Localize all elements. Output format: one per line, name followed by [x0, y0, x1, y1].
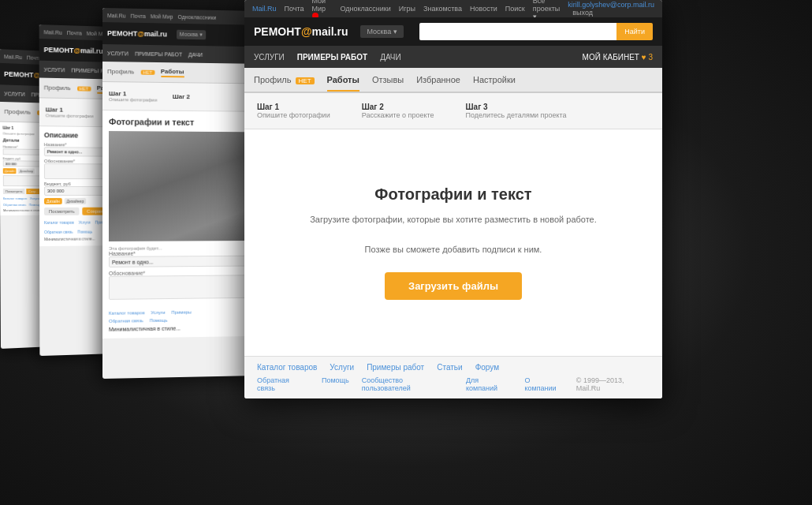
s4-step1: Шаг 1 Опишите фотографии: [257, 103, 330, 119]
s4-footer: Каталог товаров Услуги Примеры работ Ста…: [244, 356, 662, 398]
s3-city: Москва ▾: [177, 30, 206, 40]
s4-profile-nav: Профиль НЕТ Работы Отзывы Избранное Наст…: [244, 68, 662, 93]
s4-footer-help[interactable]: Помощь: [322, 376, 349, 392]
s2-footer-help[interactable]: Помощь: [77, 230, 92, 234]
s1-nav-uslugi: УСЛУГИ: [4, 91, 24, 97]
s4-top-nav: Mail.Ru Почта Мой Мир Одноклассники Игры…: [244, 0, 662, 17]
s3-nav-primery: ПРИМЕРЫ РАБОТ: [135, 50, 182, 57]
s4-main-nav: УСЛУГИ ПРИМЕРЫ РАБОТ ДАЧИ МОЙ КАБИНЕТ ♥ …: [244, 46, 662, 68]
s1-footer-catalog[interactable]: Каталог товаров: [3, 196, 27, 200]
s3-pnav-raboty: Работы: [161, 68, 184, 77]
s1-preview-btn[interactable]: Посмотреть: [3, 189, 25, 194]
s2-footer-catalog[interactable]: Каталог товаров: [44, 220, 74, 225]
s4-user-email[interactable]: kirill.golyshev@corp.mail.ru: [568, 1, 654, 9]
s4-step3-title: Шаг 3: [466, 103, 567, 111]
s2-step1: Шаг 1 Опишите фотографии: [46, 106, 94, 118]
s1-footer-uslugi[interactable]: Услуги: [30, 196, 39, 200]
s4-search-button[interactable]: Найти: [616, 23, 653, 40]
s4-footer-feedback[interactable]: Обратная связь: [257, 376, 309, 392]
s4-city-selector[interactable]: Москва ▾: [360, 25, 403, 38]
s4-site-header: РЕМОНТ@mail.ru Москва ▾ Найти: [244, 17, 662, 46]
s4-nav-dachi[interactable]: ДАЧИ: [380, 53, 401, 62]
s3-footer-uslugi[interactable]: Услуги: [151, 310, 165, 315]
s4-step2: Шаг 2 Расскажите о проекте: [362, 103, 434, 119]
s3-step1-sub: Опишите фотографии: [109, 97, 157, 103]
s4-heart-count: ♥ 3: [642, 53, 653, 62]
s2-preview-btn[interactable]: Посмотреть: [44, 208, 80, 215]
s4-cabinet[interactable]: МОЙ КАБИНЕТ ♥ 3: [583, 53, 653, 62]
s1-tag-dizainer[interactable]: Дизайнер: [18, 168, 35, 174]
s4-step1-sub: Опишите фотографии: [257, 111, 330, 119]
s4-footer-primery[interactable]: Примеры работ: [367, 363, 424, 372]
s1-pnav-profil: Профиль: [4, 108, 31, 116]
s2-nav-pochta: Почта: [67, 30, 82, 36]
s3-step2-title: Шаг 2: [173, 93, 190, 100]
s3-footer-catalog[interactable]: Каталог товаров: [109, 310, 144, 316]
s4-nav-uslugi[interactable]: УСЛУГИ: [254, 53, 285, 62]
s4-content-desc1: Загрузите фотографии, которые вы хотите …: [310, 213, 597, 227]
s4-pnav-profil[interactable]: Профиль НЕТ: [254, 75, 315, 84]
s4-pnav-nastroyki[interactable]: Настройки: [473, 75, 516, 84]
s4-step2-title: Шаг 2: [362, 103, 434, 111]
s4-logout-link[interactable]: выход: [572, 9, 593, 17]
s4-upload-button[interactable]: Загрузить файлы: [385, 272, 522, 300]
s4-footer-companies[interactable]: Для компаний: [466, 376, 512, 392]
s2-footer-uslugi[interactable]: Услуги: [79, 220, 91, 225]
s4-footer-links2: Обратная связь Помощь Сообщество пользов…: [257, 376, 650, 392]
s4-nav-primery[interactable]: ПРИМЕРЫ РАБОТ: [297, 53, 367, 62]
s4-footer-community[interactable]: Сообщество пользователей: [362, 376, 453, 392]
s2-nav-mailru: Mail.Ru: [44, 29, 62, 36]
s4-footer-stati[interactable]: Статьи: [437, 363, 462, 372]
s3-nav-dachi: ДАЧИ: [188, 51, 203, 57]
s4-nav-ok[interactable]: Одноклассники: [341, 5, 391, 13]
s4-nav-mailru[interactable]: Mail.Ru: [252, 5, 277, 13]
s3-step1: Шаг 1 Опишите фотографии: [109, 90, 157, 103]
s2-step1-sub: Опишите фотографии: [46, 113, 94, 118]
s4-content-title: Фотографии и текст: [374, 185, 531, 204]
s2-pnav-profil: Профиль: [44, 84, 71, 92]
s3-nav-mir: Мой Мир: [151, 13, 173, 20]
s2-logo: РЕМОНТ@mail.ru: [44, 46, 103, 55]
s3-nav-uslugi: УСЛУГИ: [107, 50, 129, 56]
s4-logo: РЕМОНТ@mail.ru: [254, 25, 348, 38]
s3-footer-help[interactable]: Помощь: [150, 318, 168, 323]
s2-tag-dizainer[interactable]: Дизайнер: [65, 198, 87, 204]
s4-nav-games[interactable]: Игры: [399, 5, 415, 13]
s4-footer-about[interactable]: О компании: [524, 376, 563, 392]
s4-pnav-badge: НЕТ: [296, 77, 315, 84]
s4-search-input[interactable]: [419, 23, 617, 40]
s4-footer-forum[interactable]: Форум: [475, 363, 499, 372]
s2-nav-uslugi: УСЛУГИ: [44, 66, 65, 73]
s4-nav-pochta[interactable]: Почта: [285, 5, 304, 13]
s4-footer-uslugi[interactable]: Услуги: [330, 363, 354, 372]
s4-nav-dating[interactable]: Знакомства: [423, 5, 462, 13]
s4-footer-links1: Каталог товаров Услуги Примеры работ Ста…: [257, 363, 650, 372]
s3-footer-primery[interactable]: Примеры: [171, 310, 192, 315]
s4-pnav-raboty[interactable]: Работы: [327, 75, 359, 84]
s4-content-desc2: Позже вы сможете добавить подписи к ним.: [365, 243, 542, 257]
s3-nav-ok: Одноклассники: [177, 13, 216, 20]
s4-main-content: Фотографии и текст Загрузите фотографии,…: [244, 129, 662, 356]
s4-pnav-izbrannoe[interactable]: Избранное: [416, 75, 460, 84]
s4-step3: Шаг 3 Поделитесь деталями проекта: [466, 103, 567, 119]
s1-tag-dizain[interactable]: Дизайн: [3, 168, 17, 174]
s3-nav-pochta: Почта: [131, 13, 146, 18]
s4-nav-news[interactable]: Новости: [470, 5, 497, 13]
s1-save-btn[interactable]: Сохр...: [26, 189, 40, 194]
s1-nav-mailru: Mail.Ru: [4, 54, 22, 60]
s4-nav-search[interactable]: Поиск: [505, 5, 525, 13]
screenshot-4: Mail.Ru Почта Мой Мир Одноклассники Игры…: [244, 0, 662, 398]
s4-user-info: kirill.golyshev@corp.mail.ru выход: [568, 1, 654, 17]
s1-footer-feedback[interactable]: Обратная связь: [3, 203, 26, 207]
s3-footer-feedback[interactable]: Обратная связь: [109, 318, 143, 324]
s4-steps-bar: Шаг 1 Опишите фотографии Шаг 2 Расскажит…: [244, 93, 662, 129]
s3-nav-mailru: Mail.Ru: [107, 13, 126, 18]
s4-footer-catalog[interactable]: Каталог товаров: [257, 363, 317, 372]
s3-pnav-profil: Профиль: [107, 68, 134, 75]
s2-footer-feedback[interactable]: Обратная связь: [44, 230, 73, 234]
s2-pnav-badge: НЕТ: [77, 86, 91, 91]
s4-step1-title: Шаг 1: [257, 103, 330, 111]
s2-tag-dizain[interactable]: Дизайн: [44, 198, 62, 204]
s4-step3-sub: Поделитесь деталями проекта: [466, 111, 567, 119]
s4-pnav-otzyvy[interactable]: Отзывы: [372, 75, 404, 84]
